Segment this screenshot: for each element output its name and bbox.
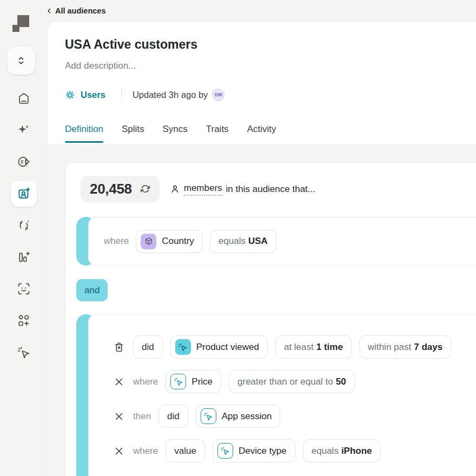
sidebar-item-actions[interactable] [11, 340, 37, 366]
operator-text: within past [368, 342, 411, 353]
keyword-where: where [104, 236, 129, 247]
sparkle-icon [17, 123, 31, 137]
member-count-row: 20,458 members in thi [81, 176, 315, 202]
cursor-sparkle-icon [17, 346, 31, 360]
sidebar-item-audiences[interactable] [11, 181, 37, 207]
operator-value: USA [248, 236, 268, 247]
sidebar-item-catalog[interactable] [11, 308, 37, 334]
definition-canvas: 20,458 members in thi [48, 144, 476, 476]
sidebar-item-assistant[interactable] [11, 117, 37, 143]
remove-condition-button[interactable] [113, 376, 125, 387]
members-link[interactable]: members [184, 183, 222, 196]
remove-condition-button[interactable] [113, 446, 125, 457]
tab-definition[interactable]: Definition [65, 124, 103, 143]
event-property-icon [217, 443, 233, 459]
divider [121, 87, 122, 102]
member-count-pill: 20,458 [81, 176, 160, 202]
delete-condition-button[interactable] [113, 341, 125, 353]
face-scan-icon [17, 282, 31, 296]
breadcrumb-label: All audiences [55, 6, 105, 15]
operator-text: greater than or equal to [237, 376, 333, 387]
tab-splits[interactable]: Splits [122, 124, 144, 143]
time-window-chip[interactable]: within past 7 days [359, 335, 451, 359]
condition-group-2: did Product viewed at least 1 time [76, 314, 476, 476]
sync-loop-icon [17, 219, 31, 233]
close-icon [114, 376, 124, 387]
condition-group-1: where Country equals USA [76, 217, 476, 266]
operator-value: 1 time [316, 342, 343, 353]
operator-chip-equals-iphone[interactable]: equals iPhone [303, 439, 381, 462]
tab-activity[interactable]: Activity [247, 124, 276, 143]
refresh-count-button[interactable] [140, 184, 150, 194]
workspace-switcher-button[interactable] [7, 47, 35, 75]
back-breadcrumb[interactable]: All audiences [46, 0, 105, 22]
page-title: USA Active customers [65, 37, 197, 52]
keyword-then: then [133, 411, 151, 422]
operator-value: 50 [336, 376, 346, 387]
operator-value: 7 days [414, 342, 442, 353]
chevron-up-down-icon [15, 54, 28, 67]
condition-row-then: then did App session [113, 405, 476, 428]
condition-card: did Product viewed at least 1 time [88, 314, 476, 476]
property-chip-price[interactable]: Price [166, 370, 221, 393]
app-logo [12, 15, 29, 32]
chip-label: Country [162, 236, 194, 247]
sidebar-item-identity[interactable] [11, 276, 37, 302]
condition-card: where Country equals USA [88, 217, 476, 266]
operator-text: equals [312, 446, 339, 457]
sidebar-item-home[interactable] [11, 85, 37, 111]
did-chip[interactable]: did [158, 405, 188, 428]
event-chip-product-viewed[interactable]: Product viewed [170, 335, 268, 359]
operator-chip-gte-50[interactable]: greater than or equal to 50 [229, 370, 355, 393]
event-property-icon [170, 374, 186, 389]
frequency-chip[interactable]: at least 1 time [275, 335, 352, 359]
event-cursor-icon [201, 408, 216, 424]
event-chip-app-session[interactable]: App session [196, 405, 281, 428]
logo-square-small [12, 25, 19, 32]
audience-builder-card: 20,458 members in thi [65, 162, 476, 476]
chevron-left-icon [46, 8, 52, 14]
chip-label: Device type [239, 446, 287, 457]
chip-label: App session [222, 411, 272, 422]
sidebar-item-analytics[interactable] [11, 244, 37, 270]
description-placeholder[interactable]: Add description... [65, 61, 136, 71]
operator-value: iPhone [341, 446, 372, 457]
condition-row-device: where value Device type equals iPhone [113, 439, 476, 462]
meta-row: Users Updated 3h ago by DM [65, 87, 224, 102]
sidebar-item-sync[interactable] [11, 213, 37, 239]
bar-chart-plus-icon [17, 250, 31, 264]
main-card: USA Active customers Add description... … [48, 22, 476, 476]
close-icon [114, 446, 124, 457]
sidebar-nav [0, 85, 48, 371]
member-count: 20,458 [90, 181, 132, 197]
condition-row-event: did Product viewed at least 1 time [113, 335, 476, 359]
event-cursor-icon [175, 339, 191, 355]
value-chip[interactable]: value [166, 439, 205, 462]
did-chip[interactable]: did [133, 335, 163, 359]
operator-chip-equals-usa[interactable]: equals USA [210, 230, 276, 253]
remove-condition-button[interactable] [113, 411, 125, 422]
property-chip-country[interactable]: Country [136, 230, 203, 253]
shapes-plus-icon [17, 314, 31, 328]
updated-text: Updated 3h ago by [133, 90, 208, 100]
property-cube-icon [141, 234, 156, 249]
operator-text: at least [284, 342, 314, 353]
property-chip-device-type[interactable]: Device type [213, 439, 295, 462]
refresh-icon [140, 184, 150, 194]
members-phrase: members in this audience that... [170, 183, 315, 196]
users-snowflake-icon [65, 90, 75, 100]
members-suffix: in this audience that... [226, 184, 315, 195]
entity-label: Users [81, 90, 105, 100]
tab-traits[interactable]: Traits [206, 124, 229, 143]
avatar: DM [212, 89, 224, 101]
home-icon [17, 91, 31, 105]
audience-person-card-icon [17, 187, 31, 201]
entity-selector[interactable]: Users [65, 90, 105, 100]
and-joiner-chip[interactable]: and [76, 279, 108, 301]
trash-icon [113, 341, 125, 353]
sidebar-item-journeys[interactable] [11, 149, 37, 175]
tab-syncs[interactable]: Syncs [162, 124, 187, 143]
sidebar [0, 0, 48, 476]
chip-label: Product viewed [196, 342, 259, 353]
chip-label: Price [191, 376, 213, 387]
